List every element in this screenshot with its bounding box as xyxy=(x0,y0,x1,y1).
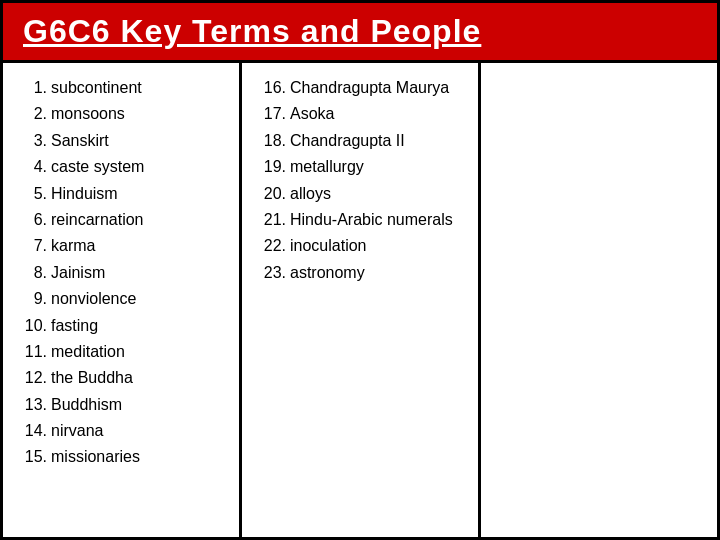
item-number: 17. xyxy=(258,101,286,127)
page-container: G6C6 Key Terms and People 1.subcontinent… xyxy=(0,0,720,540)
item-number: 6. xyxy=(19,207,47,233)
item-text: the Buddha xyxy=(51,365,223,391)
list-item: 9.nonviolence xyxy=(19,286,223,312)
item-text: fasting xyxy=(51,313,223,339)
list-item: 6.reincarnation xyxy=(19,207,223,233)
item-text: Chandragupta II xyxy=(290,128,462,154)
item-text: Hinduism xyxy=(51,181,223,207)
list-item: 21.Hindu-Arabic numerals xyxy=(258,207,462,233)
item-number: 1. xyxy=(19,75,47,101)
list-item: 4.caste system xyxy=(19,154,223,180)
item-text: nirvana xyxy=(51,418,223,444)
item-text: karma xyxy=(51,233,223,259)
item-text: metallurgy xyxy=(290,154,462,180)
item-text: Sanskirt xyxy=(51,128,223,154)
list-item: 19.metallurgy xyxy=(258,154,462,180)
item-text: monsoons xyxy=(51,101,223,127)
item-number: 13. xyxy=(19,392,47,418)
list-item: 17.Asoka xyxy=(258,101,462,127)
content-area: 1.subcontinent2.monsoons3.Sanskirt4.cast… xyxy=(3,63,717,537)
item-text: reincarnation xyxy=(51,207,223,233)
list-item: 3.Sanskirt xyxy=(19,128,223,154)
list-item: 12.the Buddha xyxy=(19,365,223,391)
item-number: 12. xyxy=(19,365,47,391)
item-number: 3. xyxy=(19,128,47,154)
item-number: 18. xyxy=(258,128,286,154)
item-text: nonviolence xyxy=(51,286,223,312)
column-2: 16.Chandragupta Maurya17.Asoka18.Chandra… xyxy=(242,63,481,537)
item-number: 4. xyxy=(19,154,47,180)
list-item: 1.subcontinent xyxy=(19,75,223,101)
item-text: astronomy xyxy=(290,260,462,286)
item-number: 2. xyxy=(19,101,47,127)
item-number: 19. xyxy=(258,154,286,180)
item-text: Asoka xyxy=(290,101,462,127)
item-number: 10. xyxy=(19,313,47,339)
item-text: Hindu-Arabic numerals xyxy=(290,207,462,233)
item-number: 20. xyxy=(258,181,286,207)
item-text: meditation xyxy=(51,339,223,365)
list-item: 11.meditation xyxy=(19,339,223,365)
column-1: 1.subcontinent2.monsoons3.Sanskirt4.cast… xyxy=(3,63,242,537)
list-1: 1.subcontinent2.monsoons3.Sanskirt4.cast… xyxy=(19,75,223,471)
list-item: 14.nirvana xyxy=(19,418,223,444)
list-item: 20.alloys xyxy=(258,181,462,207)
list-item: 5.Hinduism xyxy=(19,181,223,207)
list-item: 2.monsoons xyxy=(19,101,223,127)
item-number: 21. xyxy=(258,207,286,233)
list-item: 18.Chandragupta II xyxy=(258,128,462,154)
item-number: 23. xyxy=(258,260,286,286)
item-text: subcontinent xyxy=(51,75,223,101)
item-text: missionaries xyxy=(51,444,223,470)
list-item: 13.Buddhism xyxy=(19,392,223,418)
item-number: 5. xyxy=(19,181,47,207)
item-number: 16. xyxy=(258,75,286,101)
item-text: Chandragupta Maurya xyxy=(290,75,462,101)
item-number: 14. xyxy=(19,418,47,444)
list-item: 8.Jainism xyxy=(19,260,223,286)
item-number: 11. xyxy=(19,339,47,365)
item-text: Jainism xyxy=(51,260,223,286)
item-number: 9. xyxy=(19,286,47,312)
item-text: alloys xyxy=(290,181,462,207)
item-number: 7. xyxy=(19,233,47,259)
column-3 xyxy=(481,63,717,537)
page-title: G6C6 Key Terms and People xyxy=(23,13,697,50)
item-number: 8. xyxy=(19,260,47,286)
list-item: 16.Chandragupta Maurya xyxy=(258,75,462,101)
title-bar: G6C6 Key Terms and People xyxy=(3,3,717,63)
list-item: 15.missionaries xyxy=(19,444,223,470)
item-text: caste system xyxy=(51,154,223,180)
item-text: inoculation xyxy=(290,233,462,259)
list-item: 7.karma xyxy=(19,233,223,259)
item-number: 15. xyxy=(19,444,47,470)
list-2: 16.Chandragupta Maurya17.Asoka18.Chandra… xyxy=(258,75,462,286)
list-item: 23.astronomy xyxy=(258,260,462,286)
list-item: 22.inoculation xyxy=(258,233,462,259)
item-text: Buddhism xyxy=(51,392,223,418)
item-number: 22. xyxy=(258,233,286,259)
list-item: 10.fasting xyxy=(19,313,223,339)
